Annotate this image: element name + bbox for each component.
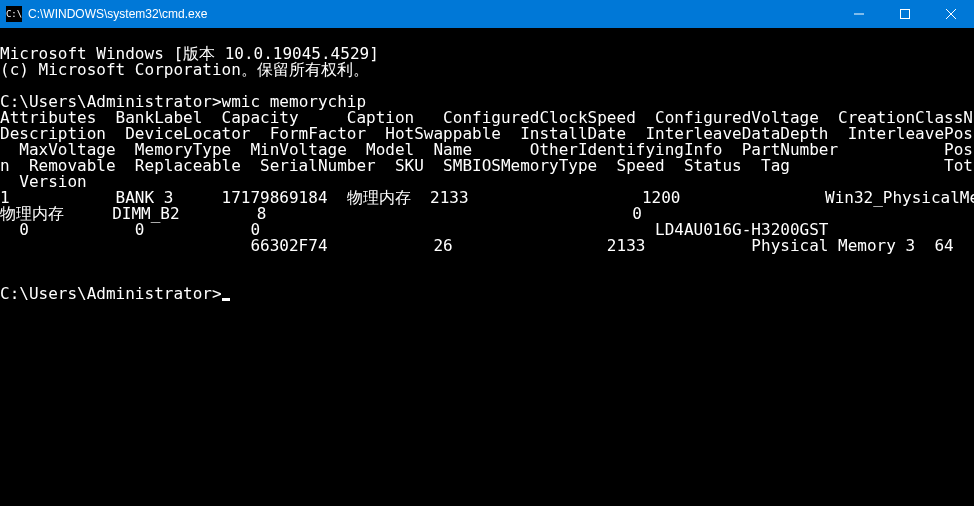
minimize-icon: [854, 9, 864, 19]
svg-rect-1: [901, 10, 910, 19]
maximize-button[interactable]: [882, 0, 928, 28]
cmd-icon: C:\: [6, 6, 22, 22]
window-title: C:\WINDOWS\system32\cmd.exe: [28, 7, 836, 21]
close-icon: [946, 9, 956, 19]
window-titlebar: C:\ C:\WINDOWS\system32\cmd.exe: [0, 0, 974, 28]
window-controls: [836, 0, 974, 28]
prompt: C:\Users\Administrator>: [0, 284, 222, 303]
cursor: [222, 298, 230, 301]
output-header: n Removable Replaceable SerialNumber SKU…: [0, 156, 974, 175]
minimize-button[interactable]: [836, 0, 882, 28]
cmd-icon-label: C:\: [6, 9, 22, 19]
copyright-line: (c) Microsoft Corporation。保留所有权利。: [0, 60, 369, 79]
close-button[interactable]: [928, 0, 974, 28]
terminal-output[interactable]: Microsoft Windows [版本 10.0.19045.4529] (…: [0, 28, 974, 302]
output-data: 66302F74 26 2133 Physical Memory 3 64 12…: [0, 236, 974, 255]
maximize-icon: [900, 9, 910, 19]
